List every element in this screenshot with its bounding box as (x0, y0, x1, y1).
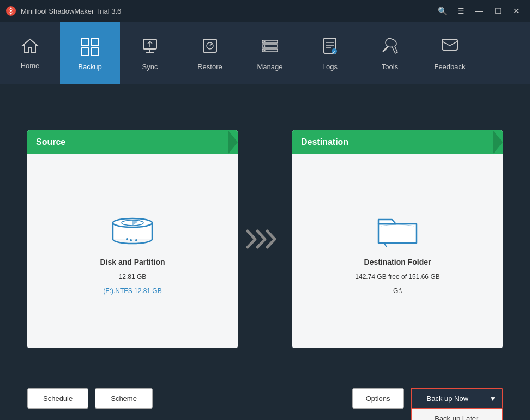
nav-label-sync: Sync (142, 63, 158, 71)
nav-label-feedback: Feedback (434, 63, 465, 71)
nav-label-logs: Logs (322, 63, 338, 71)
destination-path: G:\ (393, 287, 402, 295)
source-header: Source (27, 130, 238, 154)
backup-later-button[interactable]: Back up Later (412, 409, 502, 420)
nav-item-manage[interactable]: Manage (240, 22, 300, 84)
nav-item-backup[interactable]: Backup (60, 22, 120, 84)
nav-label-restore: Restore (197, 63, 222, 71)
menu-button[interactable]: ☰ (453, 4, 469, 17)
destination-header: Destination (292, 130, 503, 154)
sync-icon (140, 36, 160, 58)
close-button[interactable]: ✕ (508, 4, 525, 17)
destination-body: Destination Folder 142.74 GB free of 151… (292, 154, 503, 348)
cards-row: Source (27, 101, 503, 377)
bottom-row: Schedule Scheme Options Back up Now ▼ Ba… (27, 388, 503, 409)
destination-label: Destination (301, 137, 348, 147)
source-title: Disk and Partition (100, 258, 165, 266)
svg-rect-5 (91, 48, 99, 56)
destination-card[interactable]: Destination Destination Folder 142.74 (292, 130, 503, 348)
svg-point-1 (10, 10, 12, 12)
arrow-icon (243, 226, 287, 253)
nav-label-backup: Backup (78, 63, 101, 71)
nav-bar: Home Backup Sync (0, 22, 530, 84)
app-logo (5, 5, 16, 16)
home-icon (20, 37, 40, 57)
svg-rect-21 (442, 39, 457, 50)
backup-now-button[interactable]: Back up Now (412, 389, 485, 408)
svg-point-30 (135, 239, 137, 241)
folder-icon (373, 208, 422, 251)
svg-point-28 (126, 238, 128, 240)
svg-rect-2 (81, 38, 89, 46)
backup-button-group: Back up Now ▼ Back up Later (411, 388, 503, 409)
manage-icon (260, 36, 280, 58)
nav-item-sync[interactable]: Sync (120, 22, 180, 84)
arrow-area (238, 226, 292, 253)
app-title: MiniTool ShadowMaker Trial 3.6 (21, 7, 434, 15)
backup-now-row: Back up Now ▼ (411, 388, 503, 409)
nav-label-home: Home (21, 62, 40, 70)
scheme-button[interactable]: Scheme (95, 388, 153, 409)
search-button[interactable]: 🔍 (434, 4, 450, 17)
svg-rect-3 (91, 38, 99, 46)
source-card[interactable]: Source (27, 130, 238, 348)
schedule-button[interactable]: Schedule (27, 388, 88, 409)
options-button[interactable]: Options (352, 388, 404, 409)
source-label: Source (36, 137, 65, 147)
tools-icon (380, 36, 400, 58)
svg-point-13 (264, 45, 266, 47)
nav-item-feedback[interactable]: Feedback (420, 22, 480, 84)
destination-title: Destination Folder (364, 258, 431, 266)
source-body: Disk and Partition 12.81 GB (F:).NTFS 12… (27, 154, 238, 348)
source-detail: (F:).NTFS 12.81 GB (103, 287, 161, 295)
nav-item-home[interactable]: Home (0, 22, 60, 84)
feedback-icon (440, 36, 460, 58)
nav-item-logs[interactable]: ✓ Logs (300, 22, 360, 84)
restore-icon (200, 36, 220, 58)
main-content: Source (0, 84, 530, 420)
nav-item-tools[interactable]: Tools (360, 22, 420, 84)
svg-rect-4 (81, 48, 89, 56)
title-bar: MiniTool ShadowMaker Trial 3.6 🔍 ☰ — ☐ ✕ (0, 0, 530, 22)
logs-icon: ✓ (320, 36, 340, 58)
svg-point-14 (264, 50, 266, 51)
backup-icon (80, 36, 100, 58)
destination-free-space: 142.74 GB free of 151.66 GB (355, 273, 439, 281)
maximize-button[interactable]: ☐ (490, 4, 506, 17)
backup-later-dropdown: Back up Later (411, 409, 503, 420)
svg-point-12 (264, 41, 266, 42)
svg-point-29 (130, 239, 132, 241)
nav-label-tools: Tools (382, 63, 398, 71)
disk-icon (108, 208, 157, 251)
svg-text:✓: ✓ (333, 50, 336, 54)
nav-item-restore[interactable]: Restore (180, 22, 240, 84)
backup-dropdown-button[interactable]: ▼ (484, 389, 502, 408)
nav-label-manage: Manage (257, 63, 283, 71)
source-size: 12.81 GB (119, 273, 147, 281)
minimize-button[interactable]: — (471, 4, 487, 17)
